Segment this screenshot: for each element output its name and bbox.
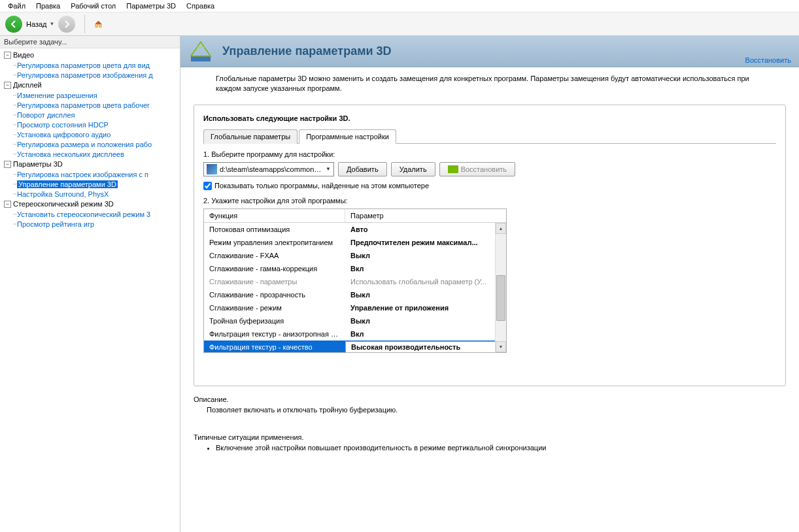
tree-branch-icon: ┈: [13, 211, 16, 218]
cell-function: Сглаживание - FXAA: [204, 252, 345, 259]
tree-link[interactable]: Регулировка параметров цвета для вид: [17, 61, 150, 69]
tree-link[interactable]: Установка нескольких дисплеев: [17, 150, 124, 158]
tree-link[interactable]: Установка цифрового аудио: [17, 131, 110, 139]
tree-branch-icon: ┈: [13, 102, 16, 108]
restore-defaults-link[interactable]: Восстановить: [745, 56, 791, 64]
tree-link[interactable]: Регулировка настроек изображения с п: [17, 171, 148, 178]
tree-toggle-icon[interactable]: −: [4, 82, 11, 89]
cell-function: Потоковая оптимизация: [204, 225, 345, 233]
menu-edit[interactable]: Правка: [31, 1, 65, 11]
show-only-found-checkbox[interactable]: [203, 182, 212, 190]
settings-table: Функция Параметр Потоковая оптимизацияАв…: [203, 208, 507, 353]
forward-button[interactable]: [58, 16, 75, 33]
settings-row[interactable]: Сглаживание - режимУправление от приложе…: [204, 301, 506, 314]
panel-heading: Использовать следующие настройки 3D.: [203, 112, 776, 129]
tree-item: ┈Просмотр рейтинга игр: [0, 219, 180, 229]
restore-button[interactable]: Восстановить: [439, 162, 515, 176]
settings-row[interactable]: Режим управления электропитаниемПредпочт…: [204, 236, 506, 249]
tree-branch-icon: ┈: [13, 181, 16, 188]
settings-row[interactable]: Тройная буферизацияВыкл: [204, 314, 506, 327]
page-banner: Управление параметрами 3D Восстановить: [180, 36, 799, 67]
tab-program[interactable]: Программные настройки: [299, 129, 396, 144]
menu-file[interactable]: Файл: [3, 1, 31, 11]
tree-link[interactable]: Настройка Surround, PhysX: [17, 190, 109, 198]
menu-desktop[interactable]: Рабочий стол: [65, 1, 121, 11]
scroll-up-icon[interactable]: ▲: [496, 223, 506, 234]
tree-link[interactable]: Поворот дисплея: [17, 111, 75, 119]
tree-link[interactable]: Изменение разрешения: [17, 91, 97, 99]
tree-branch-icon: ┈: [13, 171, 16, 178]
program-select[interactable]: d:\steam\steamapps\common\r... ▼: [203, 162, 334, 176]
scroll-thumb[interactable]: [496, 275, 505, 321]
tree-branch-icon: ┈: [13, 221, 16, 227]
cell-parameter[interactable]: Высокая производительность▼: [345, 341, 505, 352]
menu-help[interactable]: Справка: [181, 1, 220, 11]
settings-panel: Использовать следующие настройки 3D. Гло…: [194, 105, 786, 386]
tree-branch-icon: ┈: [13, 62, 16, 69]
cell-parameter[interactable]: Вкл: [345, 265, 506, 273]
description-body: Позволяет включать и отключать тройную б…: [194, 406, 786, 414]
tree-branch-icon: ┈: [13, 131, 16, 138]
svg-rect-0: [191, 56, 211, 61]
tree-group-label: Параметры 3D: [13, 160, 63, 168]
tree-item: ┈Регулировка параметров изображения д: [0, 70, 180, 80]
tree-toggle-icon[interactable]: −: [4, 161, 11, 168]
program-row: d:\steam\steamapps\common\r... ▼ Добавит…: [203, 162, 776, 176]
settings-row[interactable]: Сглаживание - FXAAВыкл: [204, 249, 506, 262]
program-icon: [207, 164, 217, 175]
cell-parameter[interactable]: Авто: [345, 225, 506, 233]
tree-group-label: Стереоскопический режим 3D: [13, 200, 114, 208]
col-parameter[interactable]: Параметр: [345, 209, 506, 222]
banner-icon: [187, 38, 214, 65]
tree-item: ┈Регулировка параметров цвета для вид: [0, 60, 180, 70]
usage-item: Включение этой настройки повышает произв…: [216, 444, 786, 452]
tab-global[interactable]: Глобальные параметры: [203, 129, 298, 144]
tree-item: ┈Изменение разрешения: [0, 90, 180, 100]
settings-row[interactable]: Потоковая оптимизацияАвто: [204, 223, 506, 236]
settings-row[interactable]: Сглаживание - прозрачностьВыкл: [204, 288, 506, 301]
tree-item: ┈Поворот дисплея: [0, 110, 180, 120]
cell-parameter[interactable]: Выкл: [345, 317, 506, 325]
scroll-down-icon[interactable]: ▼: [496, 341, 506, 352]
tree-item: ┈Установка цифрового аудио: [0, 129, 180, 139]
cell-parameter[interactable]: Предпочтителен режим максимал...: [345, 239, 506, 246]
settings-row[interactable]: Фильтрация текстур - качествоВысокая про…: [204, 341, 506, 352]
tree-group-label: Дисплей: [13, 81, 42, 89]
usage-section: Типичные ситуации применения. Включение …: [194, 433, 786, 452]
add-button[interactable]: Добавить: [338, 162, 387, 176]
tree-item: ┈Регулировка параметров цвета рабочег: [0, 100, 180, 110]
settings-scrollbar[interactable]: ▲ ▼: [495, 223, 506, 352]
cell-function: Фильтрация текстур - анизотропная оп...: [204, 330, 345, 338]
tree-link[interactable]: Просмотр рейтинга игр: [17, 220, 94, 228]
cell-parameter[interactable]: Выкл: [345, 252, 506, 259]
settings-row[interactable]: Сглаживание - гамма-коррекцияВкл: [204, 262, 506, 275]
settings-row[interactable]: Фильтрация текстур - анизотропная оп...В…: [204, 327, 506, 341]
delete-button[interactable]: Удалить: [391, 162, 435, 176]
tree-link[interactable]: Регулировка параметров цвета рабочег: [17, 101, 150, 109]
step1-label: 1. Выберите программу для настройки:: [203, 150, 776, 158]
restore-button-label: Восстановить: [461, 165, 507, 173]
back-button[interactable]: [5, 16, 22, 33]
settings-row[interactable]: Сглаживание - параметрыИспользовать глоб…: [204, 275, 506, 288]
menu-3d-params[interactable]: Параметры 3D: [121, 1, 181, 11]
tree-toggle-icon[interactable]: −: [4, 201, 11, 208]
tree-link[interactable]: Установить стереоскопический режим 3: [17, 210, 150, 218]
cell-function: Сглаживание - параметры: [204, 278, 345, 286]
tree-toggle-icon[interactable]: −: [4, 52, 11, 59]
back-dropdown-icon[interactable]: ▼: [50, 21, 55, 27]
cell-parameter[interactable]: Использовать глобальный параметр (У...: [345, 278, 506, 286]
cell-parameter[interactable]: Выкл: [345, 291, 506, 299]
cell-parameter[interactable]: Управление от приложения: [345, 304, 506, 312]
tree-link[interactable]: Управление параметрами 3D: [17, 180, 118, 188]
home-button[interactable]: [84, 15, 103, 33]
col-function[interactable]: Функция: [204, 209, 345, 222]
tree-item: ┈Регулировка настроек изображения с п: [0, 169, 180, 179]
tree-branch-icon: ┈: [13, 151, 16, 158]
tree-item: ┈Установка нескольких дисплеев: [0, 149, 180, 159]
step2-label: 2. Укажите настройки для этой программы:: [203, 197, 776, 205]
cell-parameter[interactable]: Вкл: [345, 330, 506, 338]
tree-link[interactable]: Регулировка размера и положения рабо: [17, 141, 152, 148]
description-heading: Описание.: [194, 395, 786, 403]
tree-link[interactable]: Регулировка параметров изображения д: [17, 71, 153, 79]
tree-link[interactable]: Просмотр состояния HDCP: [17, 121, 109, 129]
